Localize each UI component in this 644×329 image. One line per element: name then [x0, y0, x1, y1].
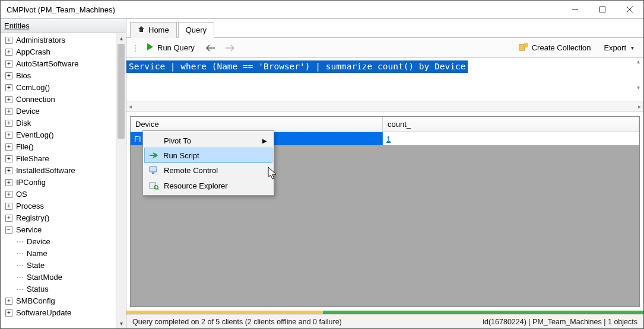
- tree-item-ccmlog[interactable]: +CcmLog(): [3, 82, 116, 94]
- expand-icon[interactable]: +: [5, 203, 12, 210]
- scroll-up-arrow-icon[interactable]: ▴: [116, 33, 126, 43]
- tree-item-label: EventLog(): [16, 129, 54, 141]
- tree-item-process[interactable]: +Process: [3, 200, 116, 212]
- tree-item-label: Disk: [16, 117, 31, 129]
- menu-resource-explorer[interactable]: Resource Explorer: [145, 178, 272, 193]
- monitor-icon: [148, 165, 159, 175]
- column-header-count[interactable]: count_: [383, 117, 639, 132]
- tree-item-label: StartMode: [27, 271, 62, 283]
- toolbar-grip-icon: ⋮: [131, 43, 138, 53]
- tree-item-status[interactable]: ⋯Status: [3, 283, 116, 295]
- window-maximize-button[interactable]: [589, 1, 616, 18]
- nav-forward-button[interactable]: [222, 42, 237, 54]
- entities-tree[interactable]: +Administrators+AppCrash+AutoStartSoftwa…: [1, 33, 116, 328]
- expand-icon[interactable]: +: [5, 167, 12, 174]
- tree-item-fileshare[interactable]: +FileShare: [3, 153, 116, 165]
- expand-icon[interactable]: +: [5, 215, 12, 222]
- expand-icon[interactable]: +: [5, 143, 12, 151]
- cell-count[interactable]: 1: [383, 132, 639, 145]
- nav-back-button[interactable]: [203, 42, 218, 54]
- menu-pivot-to[interactable]: Pivot To ▶: [145, 133, 272, 148]
- collapse-icon[interactable]: −: [5, 226, 12, 234]
- expand-icon[interactable]: +: [5, 132, 12, 139]
- expand-icon[interactable]: +: [5, 72, 12, 79]
- query-text[interactable]: Service | where (Name == 'Browser') | su…: [126, 60, 468, 73]
- expand-icon[interactable]: +: [5, 49, 12, 56]
- expand-icon[interactable]: +: [5, 108, 12, 115]
- window-close-button[interactable]: [616, 1, 643, 18]
- expand-icon[interactable]: +: [5, 96, 12, 103]
- tree-item-connection[interactable]: +Connection: [3, 94, 116, 106]
- tree-item-label: Connection: [16, 94, 55, 106]
- expand-icon[interactable]: +: [5, 84, 12, 91]
- results-grid[interactable]: Device count_ FI 1 Pivot To ▶: [130, 116, 640, 307]
- scroll-down-arrow-icon[interactable]: ▾: [116, 318, 126, 328]
- tree-item-label: Process: [16, 200, 44, 212]
- tree-item-service[interactable]: −Service: [3, 224, 116, 236]
- run-query-button[interactable]: Run Query: [142, 41, 199, 55]
- expand-icon[interactable]: +: [5, 298, 12, 305]
- expand-icon[interactable]: +: [5, 37, 12, 44]
- tree-item-administrators[interactable]: +Administrators: [3, 34, 116, 46]
- expand-icon[interactable]: +: [5, 309, 12, 317]
- column-header-device[interactable]: Device: [131, 117, 383, 132]
- run-arrow-icon: [148, 150, 159, 161]
- tree-item-name[interactable]: ⋯Name: [3, 248, 116, 260]
- status-message: Query completed on 2 of 5 clients (2 cli…: [132, 318, 342, 326]
- expand-icon[interactable]: +: [5, 60, 12, 68]
- tab-query[interactable]: Query: [178, 22, 214, 38]
- editor-scroll-horizontal[interactable]: ◂▸: [126, 101, 643, 111]
- tree-item-bios[interactable]: +Bios: [3, 70, 116, 82]
- tree-item-softwareupdate[interactable]: +SoftwareUpdate: [3, 307, 116, 319]
- tree-item-autostartsoftware[interactable]: +AutoStartSoftware: [3, 58, 116, 70]
- editor-scroll-vertical[interactable]: ▴▾: [633, 58, 643, 91]
- query-editor[interactable]: Service | where (Name == 'Browser') | su…: [126, 58, 643, 111]
- tree-item-label: SoftwareUpdate: [16, 307, 71, 319]
- query-toolbar: ⋮ Run Query Create Collection: [126, 38, 643, 58]
- tree-item-eventlog[interactable]: +EventLog(): [3, 129, 116, 141]
- tab-home-label: Home: [148, 25, 169, 34]
- submenu-arrow-icon: ▶: [262, 138, 267, 144]
- tree-item-registry[interactable]: +Registry(): [3, 212, 116, 224]
- tree-item-os[interactable]: +OS: [3, 189, 116, 200]
- svg-marker-11: [155, 153, 158, 158]
- tree-item-smbconfig[interactable]: +SMBConfig: [3, 295, 116, 307]
- tree-item-appcrash[interactable]: +AppCrash: [3, 46, 116, 58]
- entities-header[interactable]: Entities: [1, 19, 126, 33]
- expand-icon[interactable]: +: [5, 120, 12, 127]
- sidebar-scrollbar[interactable]: ▴ ▾: [116, 33, 126, 328]
- svg-rect-1: [600, 7, 605, 12]
- window-titlebar: CMPivot (PM_Team_Machines): [1, 1, 643, 18]
- tree-item-installedsoftware[interactable]: +InstalledSoftware: [3, 165, 116, 177]
- expand-icon[interactable]: +: [5, 179, 12, 186]
- svg-rect-12: [150, 167, 157, 172]
- window-minimize-button[interactable]: [561, 1, 589, 18]
- tree-item-disk[interactable]: +Disk: [3, 117, 116, 129]
- menu-run-script[interactable]: Run Script: [144, 148, 272, 163]
- scroll-thumb[interactable]: [118, 44, 125, 139]
- tree-item-ipconfig[interactable]: +IPConfig: [3, 177, 116, 189]
- tree-item-state[interactable]: ⋯State: [3, 260, 116, 271]
- menu-remote-control[interactable]: Remote Control: [145, 162, 272, 178]
- home-icon: [138, 25, 145, 34]
- tree-item-label: FileShare: [16, 153, 49, 165]
- tree-item-label: Administrators: [16, 34, 65, 46]
- create-collection-button[interactable]: Create Collection: [514, 41, 596, 55]
- chevron-down-icon: ▾: [631, 44, 634, 51]
- expand-icon[interactable]: +: [5, 191, 12, 198]
- status-details: id(16780224) | PM_Team_Machines | 1 obje…: [483, 318, 637, 326]
- tree-item-label: IPConfig: [16, 177, 46, 189]
- tab-home[interactable]: Home: [130, 22, 177, 38]
- tree-item-file[interactable]: +File(): [3, 141, 116, 153]
- status-bar: Query completed on 2 of 5 clients (2 cli…: [126, 314, 643, 328]
- tree-item-device[interactable]: ⋯Device: [3, 236, 116, 248]
- expand-icon[interactable]: +: [5, 155, 12, 162]
- tree-item-startmode[interactable]: ⋯StartMode: [3, 271, 116, 283]
- tree-item-label: Device: [27, 236, 50, 248]
- tree-item-label: Registry(): [16, 212, 49, 224]
- tree-item-label: InstalledSoftware: [16, 165, 75, 177]
- entities-sidebar: Entities +Administrators+AppCrash+AutoSt…: [1, 19, 126, 328]
- explorer-icon: [148, 180, 159, 191]
- export-button[interactable]: Export ▾: [599, 41, 639, 54]
- tree-item-device[interactable]: +Device: [3, 106, 116, 117]
